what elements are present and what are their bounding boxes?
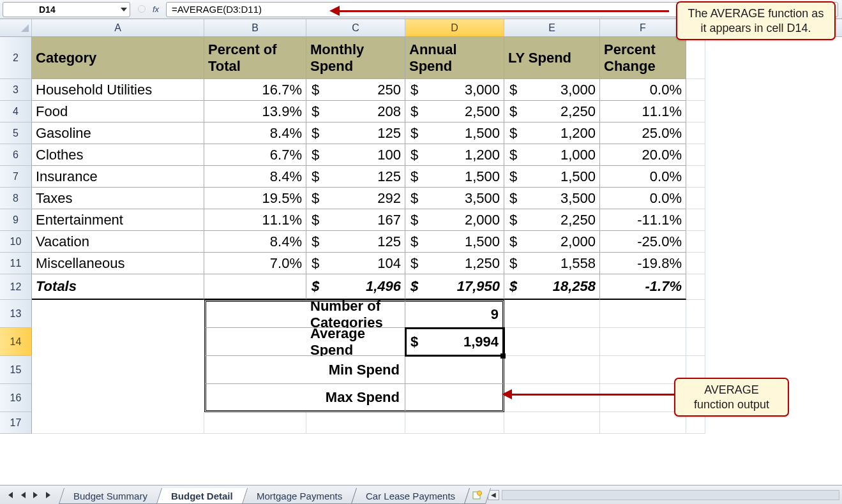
cell-A8[interactable]: Taxes bbox=[32, 188, 204, 209]
cell-E12[interactable]: $18,258 bbox=[504, 274, 600, 300]
cell-C14[interactable]: Average Spend bbox=[306, 328, 405, 356]
row-header-2[interactable]: 2 bbox=[0, 37, 32, 79]
cell-D6[interactable]: $1,200 bbox=[405, 144, 504, 166]
cell-A5[interactable]: Gasoline bbox=[32, 122, 204, 144]
cell-B5[interactable]: 8.4% bbox=[204, 122, 306, 144]
select-all-corner[interactable] bbox=[0, 19, 32, 36]
cell-E2[interactable]: LY Spend bbox=[504, 37, 600, 79]
cell-F2[interactable]: PercentChange bbox=[600, 37, 686, 79]
cell-D9[interactable]: $2,000 bbox=[405, 209, 504, 231]
cell-C2[interactable]: MonthlySpend bbox=[306, 37, 405, 79]
cell-B3[interactable]: 16.7% bbox=[204, 79, 306, 101]
cell-F10[interactable]: -25.0% bbox=[600, 231, 686, 253]
col-header-D[interactable]: D bbox=[405, 19, 504, 36]
row-header-11[interactable]: 11 bbox=[0, 253, 32, 274]
cell-E11[interactable]: $1,558 bbox=[504, 253, 600, 274]
sheet-tab[interactable]: Budget Detail bbox=[156, 488, 248, 504]
cell-B13[interactable] bbox=[204, 300, 306, 328]
cell-A13[interactable] bbox=[32, 300, 204, 328]
cell-A12[interactable]: Totals bbox=[32, 274, 204, 300]
col-header-C[interactable]: C bbox=[306, 19, 405, 36]
cell-B2[interactable]: Percent ofTotal bbox=[204, 37, 306, 79]
cell-A7[interactable]: Insurance bbox=[32, 166, 204, 188]
cell-A4[interactable]: Food bbox=[32, 101, 204, 122]
cell-A3[interactable]: Household Utilities bbox=[32, 79, 204, 101]
insert-function-button[interactable]: fx bbox=[149, 3, 162, 16]
cell-E10[interactable]: $2,000 bbox=[504, 231, 600, 253]
cell-C8[interactable]: $292 bbox=[306, 188, 405, 209]
cell-B9[interactable]: 11.1% bbox=[204, 209, 306, 231]
cell-D16[interactable] bbox=[405, 384, 504, 412]
cell-F7[interactable]: 0.0% bbox=[600, 166, 686, 188]
row-header-13[interactable]: 13 bbox=[0, 300, 32, 328]
cell-D10[interactable]: $1,500 bbox=[405, 231, 504, 253]
sheet-tab[interactable]: Budget Summary bbox=[59, 488, 162, 504]
row-header-10[interactable]: 10 bbox=[0, 231, 32, 253]
col-header-A[interactable]: A bbox=[32, 19, 204, 36]
cell-C3[interactable]: $250 bbox=[306, 79, 405, 101]
cell-E5[interactable]: $1,200 bbox=[504, 122, 600, 144]
row-header-16[interactable]: 16 bbox=[0, 384, 32, 412]
cell-E9[interactable]: $2,250 bbox=[504, 209, 600, 231]
col-header-B[interactable]: B bbox=[204, 19, 306, 36]
cell-D8[interactable]: $3,500 bbox=[405, 188, 504, 209]
cell-C7[interactable]: $125 bbox=[306, 166, 405, 188]
hscroll-track[interactable] bbox=[502, 490, 839, 500]
sheet-nav-last-icon[interactable] bbox=[42, 489, 55, 501]
cell-B8[interactable]: 19.5% bbox=[204, 188, 306, 209]
cell-B16[interactable] bbox=[204, 384, 306, 412]
cell-D3[interactable]: $3,000 bbox=[405, 79, 504, 101]
cell-E3[interactable]: $3,000 bbox=[504, 79, 600, 101]
row-header-15[interactable]: 15 bbox=[0, 356, 32, 384]
cell-E4[interactable]: $2,250 bbox=[504, 101, 600, 122]
row-header-12[interactable]: 12 bbox=[0, 274, 32, 300]
cell-D2[interactable]: AnnualSpend bbox=[405, 37, 504, 79]
row-header-17[interactable]: 17 bbox=[0, 412, 32, 434]
row-header-14[interactable]: 14 bbox=[0, 328, 32, 356]
cell-C13[interactable]: Number of Categories bbox=[306, 300, 405, 328]
cell-F4[interactable]: 11.1% bbox=[600, 101, 686, 122]
cell-E8[interactable]: $3,500 bbox=[504, 188, 600, 209]
cell-A15[interactable] bbox=[32, 356, 204, 384]
sheet-nav-prev-icon[interactable] bbox=[17, 489, 29, 501]
cell-E6[interactable]: $1,000 bbox=[504, 144, 600, 166]
cell-C12[interactable]: $1,496 bbox=[306, 274, 405, 300]
row-header-5[interactable]: 5 bbox=[0, 122, 32, 144]
cell-B15[interactable] bbox=[204, 356, 306, 384]
cell-C11[interactable]: $104 bbox=[306, 253, 405, 274]
cell-C9[interactable]: $167 bbox=[306, 209, 405, 231]
cell-F9[interactable]: -11.1% bbox=[600, 209, 686, 231]
cell-D14[interactable]: $1,994 bbox=[405, 328, 504, 356]
sheet-tab[interactable]: Car Lease Payments bbox=[351, 488, 470, 504]
row-header-6[interactable]: 6 bbox=[0, 144, 32, 166]
fill-handle[interactable] bbox=[500, 353, 506, 359]
cell-C4[interactable]: $208 bbox=[306, 101, 405, 122]
cell-F6[interactable]: 20.0% bbox=[600, 144, 686, 166]
cell-D11[interactable]: $1,250 bbox=[405, 253, 504, 274]
row-header-3[interactable]: 3 bbox=[0, 79, 32, 101]
row-header-9[interactable]: 9 bbox=[0, 209, 32, 231]
cell-C16[interactable]: Max Spend bbox=[306, 384, 405, 412]
cell-F12[interactable]: -1.7% bbox=[600, 274, 686, 300]
new-sheet-button[interactable] bbox=[464, 488, 491, 504]
cell-A6[interactable]: Clothes bbox=[32, 144, 204, 166]
name-box[interactable]: D14 bbox=[3, 2, 130, 17]
cell-D13[interactable]: 9 bbox=[405, 300, 504, 328]
cell-F3[interactable]: 0.0% bbox=[600, 79, 686, 101]
cell-D15[interactable] bbox=[405, 356, 504, 384]
cell-D7[interactable]: $1,500 bbox=[405, 166, 504, 188]
cell-E7[interactable]: $1,500 bbox=[504, 166, 600, 188]
cell-B6[interactable]: 6.7% bbox=[204, 144, 306, 166]
cell-B10[interactable]: 8.4% bbox=[204, 231, 306, 253]
cell-A16[interactable] bbox=[32, 384, 204, 412]
cell-A14[interactable] bbox=[32, 328, 204, 356]
cell-C10[interactable]: $125 bbox=[306, 231, 405, 253]
cell-F8[interactable]: 0.0% bbox=[600, 188, 686, 209]
row-header-4[interactable]: 4 bbox=[0, 101, 32, 122]
col-header-E[interactable]: E bbox=[504, 19, 600, 36]
col-header-F[interactable]: F bbox=[600, 19, 686, 36]
cell-D4[interactable]: $2,500 bbox=[405, 101, 504, 122]
name-box-dropdown-icon[interactable] bbox=[118, 3, 130, 17]
cell-A11[interactable]: Miscellaneous bbox=[32, 253, 204, 274]
cell-B11[interactable]: 7.0% bbox=[204, 253, 306, 274]
